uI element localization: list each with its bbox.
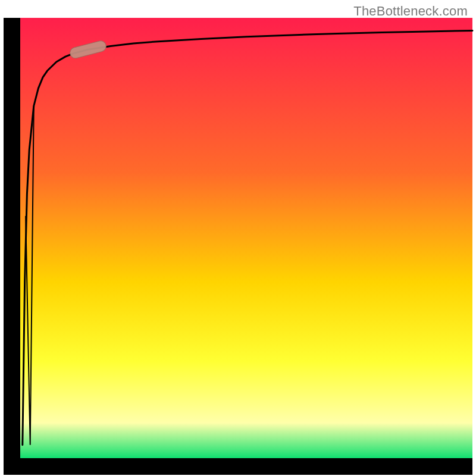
axis-frame-left — [4, 18, 20, 475]
chart-svg — [0, 0, 476, 476]
axis-frame-bottom — [4, 458, 472, 475]
chart-stage: TheBottleneck.com — [0, 0, 476, 476]
plot-gradient-background — [20, 18, 472, 458]
